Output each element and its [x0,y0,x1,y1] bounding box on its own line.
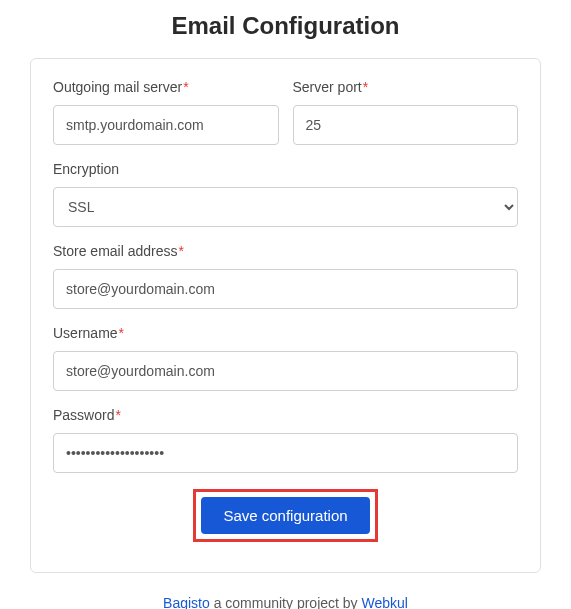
label-username: Username* [53,325,518,341]
label-text: Outgoing mail server [53,79,182,95]
field-encryption: Encryption SSL [53,161,518,227]
required-mark: * [115,407,120,423]
required-mark: * [363,79,368,95]
label-store-email: Store email address* [53,243,518,259]
label-outgoing-server: Outgoing mail server* [53,79,279,95]
field-password: Password* [53,407,518,473]
input-outgoing-server[interactable] [53,105,279,145]
field-server-port: Server port* [293,79,519,145]
input-server-port[interactable] [293,105,519,145]
input-store-email[interactable] [53,269,518,309]
field-store-email: Store email address* [53,243,518,309]
field-username: Username* [53,325,518,391]
select-encryption[interactable]: SSL [53,187,518,227]
footer: Bagisto a community project by Webkul [0,573,571,609]
label-password: Password* [53,407,518,423]
required-mark: * [179,243,184,259]
label-encryption: Encryption [53,161,518,177]
row-server: Outgoing mail server* Server port* [53,79,518,145]
config-card: Outgoing mail server* Server port* Encry… [30,58,541,573]
required-mark: * [183,79,188,95]
required-mark: * [119,325,124,341]
save-highlight-box: Save configuration [193,489,377,542]
label-text: Username [53,325,118,341]
label-text: Password [53,407,114,423]
label-text: Server port [293,79,362,95]
page-title: Email Configuration [0,0,571,58]
label-text: Store email address [53,243,178,259]
input-password[interactable] [53,433,518,473]
field-outgoing-server: Outgoing mail server* [53,79,279,145]
save-button[interactable]: Save configuration [201,497,369,534]
footer-text: a community project by [210,595,362,609]
input-username[interactable] [53,351,518,391]
company-link[interactable]: Webkul [362,595,408,609]
button-wrap: Save configuration [53,489,518,542]
brand-link[interactable]: Bagisto [163,595,210,609]
label-server-port: Server port* [293,79,519,95]
